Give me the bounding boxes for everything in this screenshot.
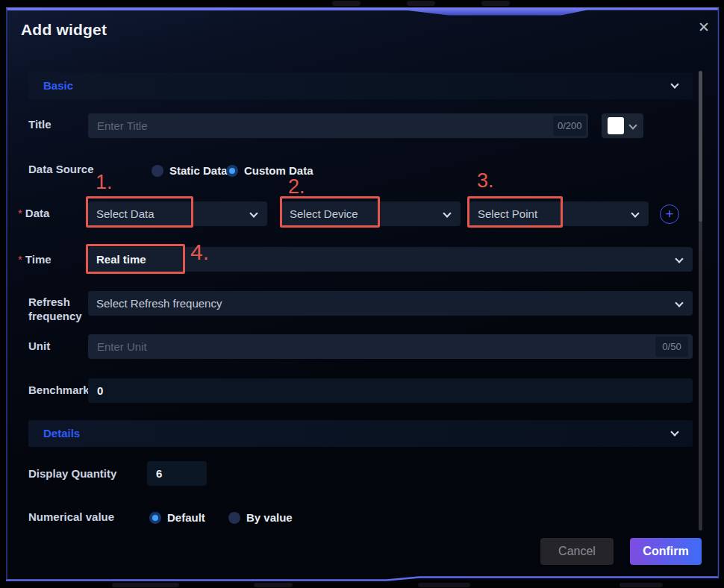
background-hint: [418, 583, 470, 587]
cancel-button[interactable]: Cancel: [540, 538, 614, 565]
radio-custom-data-label[interactable]: Custom Data: [244, 164, 313, 177]
unit-input[interactable]: [88, 334, 693, 359]
background-hint: [407, 1, 435, 6]
color-picker-dropdown[interactable]: [602, 113, 643, 138]
select-device-dropdown[interactable]: Select Device: [281, 201, 461, 226]
select-data-dropdown[interactable]: Select Data: [88, 201, 267, 226]
close-icon[interactable]: ✕: [694, 18, 714, 37]
chevron-down-icon: [249, 209, 258, 217]
benchmark-input[interactable]: [88, 378, 693, 403]
select-point-dropdown[interactable]: Select Point: [469, 201, 649, 226]
display-quantity-input[interactable]: [147, 461, 207, 486]
chevron-down-icon: [670, 80, 678, 88]
display-quantity-label: Display Quantity: [28, 467, 116, 480]
title-char-counter: 0/200: [553, 116, 586, 136]
radio-default-label[interactable]: Default: [167, 511, 205, 524]
background-hint: [620, 583, 663, 587]
data-source-label: Data Source: [28, 163, 94, 175]
confirm-button[interactable]: Confirm: [630, 538, 702, 565]
select-point-placeholder: Select Point: [478, 201, 537, 226]
unit-char-counter: 0/50: [655, 337, 688, 357]
numerical-value-label: Numerical value: [28, 510, 114, 523]
title-input[interactable]: [88, 113, 588, 138]
section-details-label: Details: [43, 420, 80, 447]
background-hint: [332, 1, 361, 6]
background-hint: [254, 583, 293, 587]
section-header-basic[interactable]: Basic: [28, 72, 693, 99]
radio-static-data-label[interactable]: Static Data: [169, 164, 228, 177]
title-label: Title: [28, 118, 52, 131]
plus-icon: +: [665, 206, 673, 222]
required-asterisk: *: [18, 253, 22, 266]
time-dropdown[interactable]: Real time: [88, 247, 693, 272]
time-label: *Time: [18, 253, 52, 266]
modal-title: Add widget: [21, 21, 107, 39]
section-header-details[interactable]: Details: [28, 420, 693, 447]
background-hint: [112, 583, 179, 587]
background-hint: [481, 1, 510, 6]
annotation-number-2: 2.: [288, 175, 305, 198]
annotation-number-1: 1.: [96, 171, 113, 194]
radio-static-data[interactable]: [152, 165, 163, 177]
radio-by-value[interactable]: [228, 512, 240, 524]
time-value: Real time: [96, 247, 146, 272]
required-asterisk: *: [18, 207, 22, 219]
select-device-placeholder: Select Device: [290, 201, 358, 226]
benchmark-label: Benchmark: [28, 384, 90, 396]
add-data-row-button[interactable]: +: [660, 204, 679, 224]
modal-body-scroll-area: Basic Title 0/200 Data Source Static Dat…: [0, 63, 724, 524]
chevron-down-icon: [443, 209, 451, 217]
chevron-down-icon: [628, 121, 637, 129]
radio-default[interactable]: [149, 512, 161, 524]
refresh-frequency-label: Refreshfrequency: [28, 295, 82, 323]
annotation-number-3: 3.: [477, 169, 494, 193]
refresh-frequency-dropdown[interactable]: Select Refresh frequency: [88, 291, 693, 316]
data-label: *Data: [18, 207, 49, 219]
radio-by-value-label[interactable]: By value: [246, 511, 293, 524]
refresh-frequency-placeholder: Select Refresh frequency: [96, 291, 222, 316]
vertical-scrollbar-thumb[interactable]: [699, 71, 702, 222]
select-data-placeholder: Select Data: [96, 201, 155, 226]
chevron-down-icon: [670, 428, 678, 436]
vertical-scrollbar-track[interactable]: [699, 71, 702, 531]
radio-custom-data[interactable]: [226, 165, 238, 177]
screen: Add widget ✕ Basic Title 0/200 Data Sour…: [0, 0, 724, 588]
unit-label: Unit: [28, 340, 50, 352]
chevron-down-icon: [631, 209, 639, 217]
section-basic-label: Basic: [43, 72, 73, 99]
chevron-down-icon: [675, 298, 683, 307]
chevron-down-icon: [675, 254, 683, 263]
color-swatch-white: [608, 117, 624, 134]
